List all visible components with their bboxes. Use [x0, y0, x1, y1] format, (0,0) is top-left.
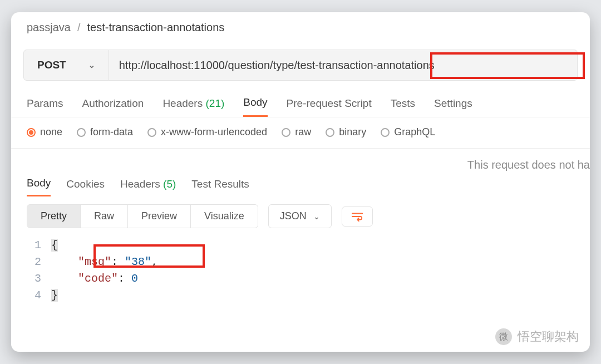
- view-toolbar: Pretty Raw Preview Visualize JSON ⌄: [11, 196, 590, 234]
- line-number: 4: [27, 287, 51, 304]
- tab-headers-label: Headers: [162, 97, 203, 109]
- open-brace: {: [51, 239, 58, 252]
- view-mode-segmented: Pretty Raw Preview Visualize: [27, 204, 258, 228]
- watermark: 微 悟空聊架构: [495, 328, 579, 345]
- json-key-msg: "msg": [78, 255, 111, 268]
- body-type-label: binary: [339, 126, 366, 138]
- view-raw[interactable]: Raw: [81, 205, 128, 228]
- tab-prerequest[interactable]: Pre-request Script: [287, 97, 372, 116]
- url-input-wrap: [109, 50, 577, 80]
- tab-headers[interactable]: Headers (21): [162, 97, 224, 116]
- method-select[interactable]: POST ⌄: [24, 50, 109, 80]
- resp-tab-body[interactable]: Body: [27, 177, 51, 196]
- tab-settings[interactable]: Settings: [434, 97, 472, 116]
- tab-authorization[interactable]: Authorization: [82, 97, 144, 116]
- tab-body[interactable]: Body: [243, 96, 267, 117]
- body-type-label: x-www-form-urlencoded: [161, 126, 267, 138]
- resp-tab-headers-label: Headers: [120, 178, 160, 190]
- body-type-form-data[interactable]: form-data: [77, 126, 133, 138]
- body-type-label: raw: [295, 126, 311, 138]
- resp-tab-headers[interactable]: Headers (5): [120, 178, 176, 196]
- radio-icon: [381, 128, 390, 137]
- radio-icon: [77, 128, 86, 137]
- radio-icon: [282, 128, 290, 137]
- radio-icon: [27, 128, 36, 137]
- body-type-binary[interactable]: binary: [326, 126, 366, 138]
- tab-headers-count: (21): [205, 97, 224, 109]
- chevron-down-icon: ⌄: [313, 212, 320, 221]
- body-type-label: form-data: [90, 126, 133, 138]
- body-type-raw[interactable]: raw: [282, 126, 311, 138]
- wrap-icon: [351, 211, 363, 222]
- body-type-none[interactable]: none: [27, 126, 62, 138]
- json-val-msg: "38": [125, 255, 151, 268]
- tab-params[interactable]: Params: [27, 97, 63, 116]
- wrap-lines-button[interactable]: [342, 206, 373, 227]
- wechat-icon: 微: [495, 328, 512, 345]
- url-input[interactable]: [119, 59, 567, 72]
- body-type-label: none: [40, 126, 62, 138]
- view-pretty[interactable]: Pretty: [27, 205, 81, 228]
- postman-window: passjava / test-transaction-annotations …: [11, 12, 590, 352]
- breadcrumb-workspace[interactable]: passjava: [27, 21, 71, 34]
- request-url-bar: POST ⌄: [23, 50, 578, 81]
- body-type-label: GraphQL: [394, 126, 435, 138]
- resp-tab-testresults[interactable]: Test Results: [191, 178, 249, 196]
- line-number: 2: [27, 254, 51, 270]
- format-label: JSON: [280, 210, 307, 222]
- radio-icon: [147, 128, 156, 137]
- resp-tab-headers-count: (5): [163, 178, 176, 190]
- resp-tab-cookies[interactable]: Cookies: [66, 178, 105, 196]
- radio-icon: [326, 128, 334, 137]
- line-number: 3: [27, 270, 51, 287]
- response-body-editor[interactable]: 1 { 2 "msg": "38", 3 "code": 0 4 }: [11, 234, 590, 309]
- line-number: 1: [27, 237, 51, 254]
- watermark-text: 悟空聊架构: [518, 328, 579, 345]
- method-label: POST: [37, 59, 66, 71]
- tab-tests[interactable]: Tests: [391, 97, 415, 116]
- json-val-code: 0: [131, 272, 138, 285]
- close-brace: }: [51, 289, 58, 302]
- request-tabs: Params Authorization Headers (21) Body P…: [11, 96, 590, 117]
- format-select[interactable]: JSON ⌄: [268, 204, 332, 228]
- response-tabs: Body Cookies Headers (5) Test Results: [11, 177, 590, 196]
- view-preview[interactable]: Preview: [128, 205, 191, 228]
- body-type-urlencoded[interactable]: x-www-form-urlencoded: [147, 126, 267, 138]
- body-type-graphql[interactable]: GraphQL: [381, 126, 435, 138]
- breadcrumb: passjava / test-transaction-annotations: [11, 12, 590, 40]
- breadcrumb-separator: /: [77, 21, 81, 34]
- view-visualize[interactable]: Visualize: [191, 205, 258, 228]
- no-body-message: This request does not ha: [11, 149, 590, 171]
- body-type-row: none form-data x-www-form-urlencoded raw…: [11, 117, 590, 149]
- json-key-code: "code": [78, 272, 118, 285]
- chevron-down-icon: ⌄: [88, 61, 95, 70]
- breadcrumb-current[interactable]: test-transaction-annotations: [87, 21, 225, 34]
